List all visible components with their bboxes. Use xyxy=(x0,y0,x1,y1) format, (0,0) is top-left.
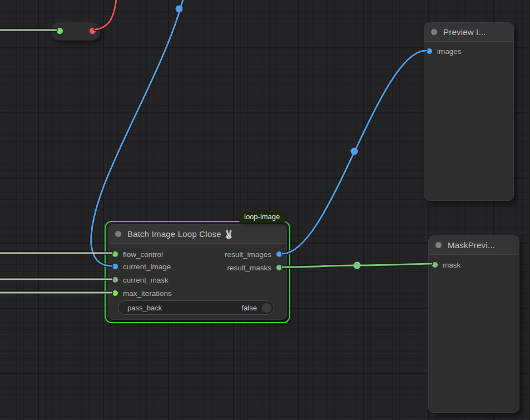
input-port-flow-control[interactable]: flow_control xyxy=(112,249,163,260)
link-badge: loop-image xyxy=(239,211,285,223)
port-label: images xyxy=(437,47,462,56)
link-midpoint-dot[interactable] xyxy=(354,262,361,269)
pass-back-toggle[interactable]: pass_back false xyxy=(118,300,274,315)
link-midpoint-dot[interactable] xyxy=(351,148,358,155)
input-port-mask[interactable]: mask xyxy=(432,259,460,270)
collapsed-input-port-dot[interactable] xyxy=(57,28,63,34)
wire-result-masks-to-mask-preview xyxy=(283,264,432,267)
wire-underlay xyxy=(283,51,426,254)
result-images-port-dot[interactable] xyxy=(276,251,282,257)
current-image-port-dot[interactable] xyxy=(112,264,118,269)
node-header: MaskPrevi... xyxy=(429,236,519,255)
mask-port-dot[interactable] xyxy=(432,262,438,268)
current-mask-port-dot[interactable] xyxy=(112,277,118,283)
input-port-current-image[interactable]: current_image xyxy=(112,261,171,272)
wire-result-images-to-preview xyxy=(283,51,426,254)
port-label: current_mask xyxy=(123,276,169,284)
node-title: Batch Image Loop Close 🐰 xyxy=(127,229,234,239)
port-label: max_iterations xyxy=(123,289,172,298)
port-label: result_masks xyxy=(227,264,271,272)
output-port-result-masks[interactable]: result_masks xyxy=(227,262,282,273)
collapsed-node[interactable] xyxy=(51,22,100,41)
collapse-dot-icon[interactable] xyxy=(431,29,437,35)
mask-preview-node[interactable]: MaskPrevi... mask xyxy=(428,235,519,413)
widget-value: false xyxy=(242,304,257,312)
input-port-images[interactable]: images xyxy=(427,46,462,57)
collapse-dot-icon[interactable] xyxy=(115,231,121,237)
collapse-dot-icon[interactable] xyxy=(435,242,442,248)
node-title: Preview I... xyxy=(443,27,486,37)
port-label: flow_control xyxy=(123,250,163,259)
port-label: result_images xyxy=(225,250,271,259)
node-header: Batch Image Loop Close 🐰 xyxy=(108,225,286,244)
batch-image-loop-close-node[interactable]: Batch Image Loop Close 🐰 flow_control cu… xyxy=(108,224,287,320)
node-header: Preview I... xyxy=(424,23,513,42)
wire-underlay xyxy=(283,264,432,267)
widget-label: pass_back xyxy=(127,304,162,312)
port-label: mask xyxy=(443,261,460,269)
output-port-result-images[interactable]: result_images xyxy=(225,249,282,260)
input-port-max-iterations[interactable]: max_iterations xyxy=(112,288,172,299)
images-port-dot[interactable] xyxy=(427,48,432,54)
preview-image-node[interactable]: Preview I... images xyxy=(424,22,514,201)
node-title: MaskPrevi... xyxy=(448,240,495,250)
input-port-current-mask[interactable]: current_mask xyxy=(112,274,169,285)
max-iterations-port-dot[interactable] xyxy=(112,290,118,296)
result-masks-port-dot[interactable] xyxy=(276,265,282,270)
flow-control-port-dot[interactable] xyxy=(112,251,118,257)
node-graph-canvas[interactable]: loop-image Batch Image Loop Close 🐰 flow… xyxy=(0,0,530,420)
link-midpoint-dot[interactable] xyxy=(176,6,183,13)
port-label: current_image xyxy=(123,263,171,271)
toggle-knob-icon[interactable] xyxy=(262,303,271,313)
collapsed-output-port-dot[interactable] xyxy=(90,28,96,34)
